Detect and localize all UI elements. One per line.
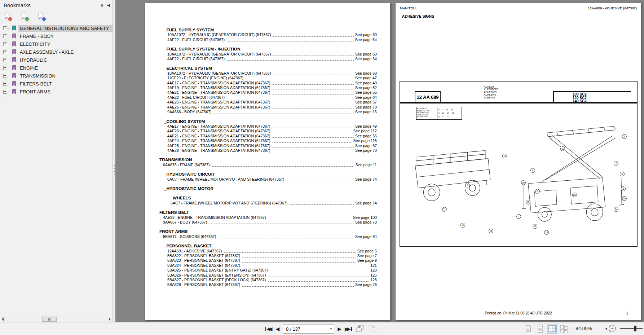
expand-plus-icon[interactable]: + [3,50,7,54]
toc-row[interactable]: __WHEELS [145,196,377,200]
next-view-button[interactable] [368,325,377,333]
scroll-left-arrow-icon[interactable] [2,317,4,321]
bookmark-flag-icon [11,33,17,39]
adhesive-kit-table: KIT ADHESIF KLEBSTOFF KIT KIT ADHESIVO A… [416,107,462,120]
bookmark-item[interactable]: + HYDRAULIC [0,56,113,64]
zoom-dropdown-caret-icon[interactable]: ▾ [605,327,607,331]
toc-row[interactable]: 4AE17 - ENGINE - TRANSMISSION ADAPTATION… [145,81,377,85]
toc-row-title: 5BA824 - PERSONNEL BASKET (647367) [167,263,240,268]
last-page-button[interactable]: ▶▶ [345,324,352,334]
toc-row[interactable]: 4AE22 - FUEL CIRCUIT (647367) See page 6… [145,38,377,42]
toc-row[interactable]: 5BA828 - PERSONNEL BASKET (647367) See p… [145,282,377,287]
first-page-button[interactable]: ◀◀ [265,324,273,334]
expand-plus-icon[interactable]: + [3,58,7,62]
expand-plus-icon[interactable]: + [3,82,7,86]
toc-row[interactable]: 4AE24 - ENGINE - TRANSMISSION ADAPTATION… [145,138,377,143]
toc-row[interactable]: _ELECTRICAL SYSTEM [145,66,377,71]
bookmark-item[interactable]: + FRAME - BODY [0,32,113,40]
zoom-percent-value[interactable]: 84.00% [575,326,592,331]
bookmark-item[interactable]: + FILTERS-BELT [0,80,113,88]
toc-row[interactable]: _HYDROSTATIC CIRCUIT [145,172,377,177]
bookmark-item[interactable]: + ENGINE [0,64,113,72]
toc-row[interactable]: 4AE26 - ENGINE - TRANSMISSION ADAPTATION… [145,105,377,110]
toc-row[interactable]: 10AA1072 - HYDRAULIC (GENERATOR CIRCUIT)… [145,52,377,57]
zoom-out-button[interactable]: − [609,325,616,332]
toc-row[interactable]: _FUEL SUPPLY SYSTEM [145,28,377,32]
toc-row[interactable]: 4AE17 - ENGINE - TRANSMISSION ADAPTATION… [145,124,377,129]
previous-page-button[interactable]: ◀ [276,324,280,334]
toc-row[interactable]: 6AC7 - FRAME (WHEEL MOTOR/PIVOT AND STEE… [145,201,377,206]
bookmark-item[interactable]: + GENERAL INSTRUCTIONS AND SAFETY [0,24,113,32]
bookmark-tool-button[interactable]: + [21,12,29,22]
toc-row[interactable]: 5BA825 - PERSONNEL BASKET (ENTRY GATE) (… [145,268,377,273]
facing-pages-view-button[interactable] [547,324,556,334]
toc-row[interactable]: 10AA1072 - HYDRAULIC (GENERATOR CIRCUIT)… [145,71,377,76]
toc-row[interactable]: 6AC7 - FRAME (WHEEL MOTOR/PIVOT AND STEE… [145,177,377,182]
previous-view-button[interactable] [355,325,365,333]
leader-dots [273,142,352,143]
zoom-slider-thumb[interactable] [634,326,636,331]
toc-row[interactable]: FILTERS-BELT [145,210,377,215]
toc-row[interactable]: 4AE22 - FUEL CIRCUIT (647367) See page 6… [145,57,377,61]
bookmark-item[interactable]: + FRONT ARMS [0,88,113,96]
toc-row[interactable]: FRONT ARMS [145,229,377,234]
toc-row[interactable]: _PERSONNEL BASKET [145,244,377,248]
toc-row[interactable]: TRANSMISSION [145,158,377,162]
toc-row[interactable]: 6AA676 - FRAME (647367) See page 11 [145,163,377,167]
toc-row[interactable]: 5BA823 - PERSONNEL BASKET (647367) See p… [145,258,377,263]
toc-row[interactable]: _HYDROSTATIC MOTOR [145,186,377,191]
toc-row-page: See page 64 [355,95,377,100]
toc-row[interactable]: 4AE21 - ENGINE - TRANSMISSION ADAPTATION… [145,134,377,138]
toc-row[interactable]: 5BA826 - PERSONNEL BASKET (EXTENSION) (6… [145,273,377,278]
toc-row[interactable]: 11CF29 - ELECTRICITY (ENGINE) (647367) S… [145,76,377,80]
single-page-view-button[interactable] [524,324,533,334]
toc-row[interactable]: 4AE23 - ENGINE - TRANSMISSION ADAPTATION… [145,215,377,220]
page-dropdown-caret-icon[interactable]: ▾ [330,327,332,331]
toc-row[interactable]: 10AA1072 - HYDRAULIC (GENERATOR CIRCUIT)… [145,32,377,37]
bookmark-item[interactable]: + TRANSMISSION [0,72,113,80]
toc-row[interactable]: 4AE19 - ENGINE - TRANSMISSION ADAPTATION… [145,85,377,90]
scroll-right-arrow-icon[interactable] [109,317,111,321]
panel-collapse-icon[interactable]: ◀ [107,3,110,8]
expand-plus-icon[interactable]: + [3,42,7,46]
zoom-slider-tick [639,327,639,330]
toc-row[interactable]: _FUEL SUPPLY SYSTEM - INJECTION [145,47,377,52]
toc-row-title: _HYDROSTATIC MOTOR [164,186,213,191]
expand-plus-icon[interactable]: + [3,90,7,94]
tree-connector [7,28,10,28]
toc-row[interactable]: 9AA667 - BODY (647367) See page 78 [145,220,377,225]
bookmark-item[interactable]: + AXLE ASSEMBLY - AXLE [0,48,113,56]
bookmark-tool-button[interactable]: → [38,12,46,22]
expand-plus-icon[interactable]: + [3,74,7,78]
tool-badge-icon: × [8,17,12,21]
toc-row[interactable]: _COOLING SYSTEM [145,119,377,124]
bookmark-item[interactable]: + ELECTRICITY [0,40,113,48]
toc-row[interactable]: 4AE25 - ENGINE - TRANSMISSION ADAPTATION… [145,100,377,105]
splitter-grip[interactable] [114,165,115,180]
toc-row-page: See page 74 [355,201,377,206]
next-page-button[interactable]: ▶ [338,324,341,334]
expand-plus-icon[interactable]: + [3,66,7,70]
zoom-slider[interactable] [620,328,643,329]
expand-plus-icon[interactable]: + [3,26,7,30]
scrollbar-thumb[interactable] [42,317,57,322]
toc-row[interactable]: 12AA691 - ADHESIVE (647367) See page 5 [145,249,377,254]
toc-row[interactable]: 5BA822 - PERSONNEL BASKET (647367) See p… [145,254,377,258]
toc-row[interactable]: 4AE25 - ENGINE - TRANSMISSION ADAPTATION… [145,144,377,148]
horizontal-scrollbar[interactable] [0,316,113,322]
panel-options-icon[interactable]: » [101,2,103,8]
page-number-input[interactable]: 8 / 137 ▾ [283,325,334,334]
expand-plus-icon[interactable]: + [3,34,7,38]
continuous-view-button[interactable] [535,324,544,334]
toc-row[interactable]: 4AE26 - ENGINE - TRANSMISSION ADAPTATION… [145,148,377,153]
toc-row[interactable]: 4AE20 - ENGINE - TRANSMISSION ADAPTATION… [145,129,377,133]
facing-continuous-view-button[interactable] [559,324,568,334]
toc-row[interactable]: 4AE22 - FUEL CIRCUIT (647367) See page 6… [145,95,377,100]
toc-row[interactable]: 4AE21 - ENGINE - TRANSMISSION ADAPTATION… [145,90,377,95]
toc-row[interactable]: 5BA824 - PERSONNEL BASKET (647367) 121 [145,263,377,268]
toc-row[interactable]: 5BA817 - SCISSORS (647367) See page 84 [145,234,377,239]
toc-row[interactable]: 9AA666 - BODY (647367) See page 16 [145,110,377,114]
toc-row-page: See page 7 [357,254,377,258]
toc-row[interactable]: 5BA827 - PERSONNEL BASKET (DECK LOCK) (6… [145,278,377,282]
bookmark-tool-button[interactable]: × [4,12,12,22]
